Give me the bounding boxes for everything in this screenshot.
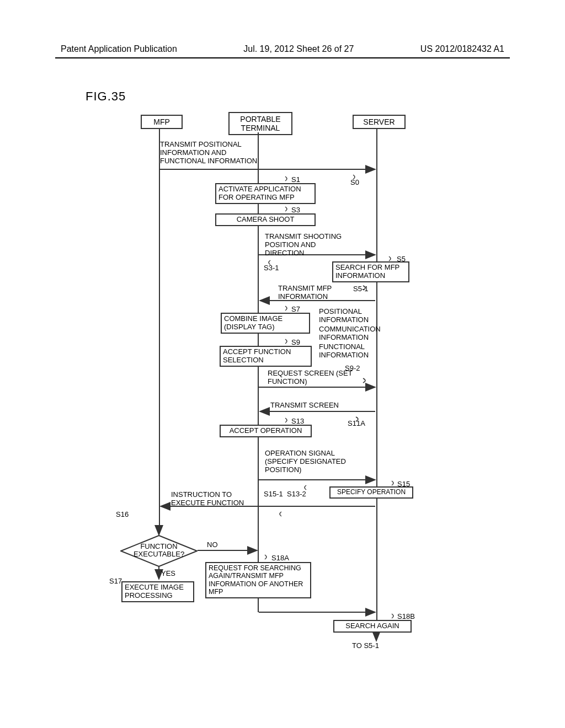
step-s3: S3 — [291, 206, 300, 214]
box-request-search-again: REQUEST FOR SEARCHING AGAIN/TRANSMIT MFP… — [205, 562, 311, 598]
decision-function-executable: FUNCTION EXECUTABLE? — [120, 535, 198, 565]
figure-label: FIG.35 — [86, 89, 126, 104]
step-s5-1: S5-1 — [353, 285, 368, 293]
box-accept-function: ACCEPT FUNCTION SELECTION — [220, 346, 312, 367]
step-s7: S7 — [291, 305, 300, 313]
step-s13: S13 — [291, 417, 304, 425]
box-specify-operation: SPECIFY OPERATION — [329, 486, 413, 499]
step-s0: S0 — [350, 178, 359, 186]
label-to-s51: TO S5-1 — [352, 642, 379, 650]
step-s9-2: S9-2 — [345, 364, 360, 372]
header-rule — [55, 57, 510, 58]
step-s9: S9 — [291, 338, 300, 346]
header-left: Patent Application Publication — [61, 44, 177, 54]
box-search-again: SEARCH AGAIN — [333, 620, 412, 633]
label-transmit-pos-func: TRANSMIT POSITIONAL INFORMATION AND FUNC… — [160, 141, 259, 165]
label-transmit-mfp-info: TRANSMIT MFP INFORMATION — [278, 285, 350, 301]
box-search-mfp: SEARCH FOR MFP INFORMATION — [332, 261, 409, 282]
header-right: US 2012/0182432 A1 — [420, 44, 504, 54]
decision-text: FUNCTION EXECUTABLE? — [120, 543, 198, 559]
step-s18a: S18A — [271, 554, 289, 562]
label-instruction-execute: INSTRUCTION TO EXECUTE FUNCTION — [171, 491, 254, 507]
label-no: NO — [207, 540, 218, 549]
label-yes: YES — [161, 569, 175, 577]
step-s15-1: S15-1 — [264, 490, 283, 498]
label-info-functional: FUNCTIONAL INFORMATION — [319, 343, 385, 360]
sequence-diagram: MFP PORTABLE TERMINAL SERVER — [99, 110, 486, 662]
box-camera-shoot: CAMERA SHOOT — [215, 213, 316, 226]
box-combine-image: COMBINE IMAGE (DISPLAY TAG) — [221, 313, 310, 334]
step-s18b: S18B — [397, 612, 415, 620]
label-transmit-screen: TRANSMIT SCREEN — [270, 402, 359, 410]
box-accept-operation: ACCEPT OPERATION — [220, 425, 312, 437]
label-info-positional: POSITIONAL INFORMATION — [319, 308, 385, 324]
header-center: Jul. 19, 2012 Sheet 26 of 27 — [243, 44, 354, 54]
box-activate-app: ACTIVATE APPLICATION FOR OPERATING MFP — [215, 183, 316, 204]
box-execute-image: EXECUTE IMAGE PROCESSING — [121, 581, 194, 602]
label-operation-signal: OPERATION SIGNAL (SPECIFY DESIGNATED POS… — [265, 449, 359, 474]
step-s3-1: S3-1 — [264, 264, 279, 272]
step-s1: S1 — [291, 175, 300, 184]
page-header: Patent Application Publication Jul. 19, … — [0, 44, 565, 54]
label-request-screen: REQUEST SCREEN (SET FUNCTION) — [268, 370, 356, 386]
label-info-communication: COMMUNICATION INFORMATION — [319, 325, 385, 342]
step-s11a: S11A — [348, 419, 365, 427]
step-s16: S16 — [116, 510, 129, 518]
label-transmit-shoot: TRANSMIT SHOOTING POSITION AND DIRECTION — [265, 233, 353, 258]
step-s13-2: S13-2 — [287, 490, 306, 498]
step-s17: S17 — [109, 577, 122, 585]
